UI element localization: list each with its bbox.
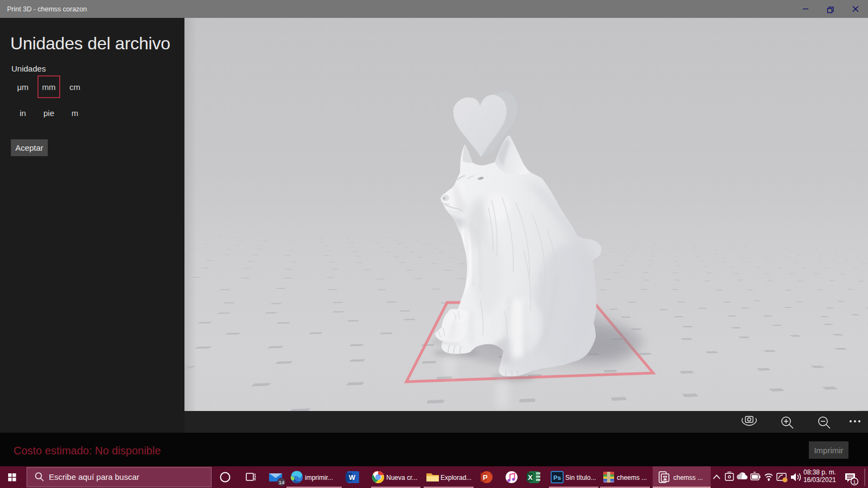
svg-text:Sin título...: Sin título... (565, 474, 596, 481)
svg-text:Nueva cr...: Nueva cr... (386, 474, 417, 481)
svg-text:14: 14 (279, 479, 285, 485)
svg-text:Escribe aquí para buscar: Escribe aquí para buscar (49, 472, 139, 481)
svg-text:16/03/2021: 16/03/2021 (803, 476, 836, 484)
svg-text:imprimir...: imprimir... (305, 474, 333, 481)
svg-text:X: X (528, 473, 533, 481)
svg-text:cheems ...: cheems ... (617, 474, 647, 481)
svg-text:P: P (483, 473, 488, 481)
svg-text:W: W (349, 474, 355, 481)
svg-text:chemss ...: chemss ... (673, 474, 703, 481)
svg-text:08:38 p. m.: 08:38 p. m. (803, 468, 836, 476)
svg-text:1: 1 (853, 479, 856, 485)
svg-text:Ps: Ps (553, 474, 561, 481)
svg-text:Explorad...: Explorad... (441, 474, 471, 481)
